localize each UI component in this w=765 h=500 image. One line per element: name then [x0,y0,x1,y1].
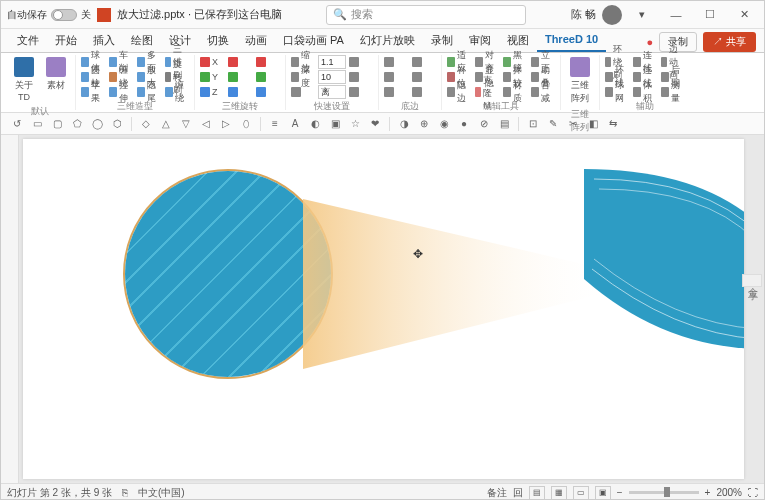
sorter-view-icon[interactable]: ▦ [551,486,567,500]
qat-btn-18[interactable]: ◑ [396,116,412,132]
zoom-out-button[interactable]: − [617,487,623,498]
side-panel-tab[interactable]: 金 享 [742,274,762,287]
spinner-3-2-1[interactable]: 离 [318,85,346,99]
qat-btn-13[interactable]: A [287,116,303,132]
qat-btn-14[interactable]: ◐ [307,116,323,132]
ribbon-btn-2-1-2[interactable] [255,70,281,84]
ribbon-btn-4-2-1[interactable] [411,85,437,99]
zoom-level[interactable]: 200% [716,487,742,498]
ribbon-btn-4-0-0[interactable] [383,55,409,69]
qat-btn-24[interactable]: ⊡ [525,116,541,132]
qat-btn-2[interactable]: ▢ [49,116,65,132]
ribbon-big-6-0[interactable]: 三维 阵列 [565,55,595,107]
qat-btn-7[interactable]: △ [158,116,174,132]
qat-btn-8[interactable]: ▽ [178,116,194,132]
ribbon-btn-2-2-2[interactable] [255,85,281,99]
slide-canvas[interactable]: ✥ [23,139,744,479]
share-button[interactable]: ↗ 共享 [703,32,756,52]
normal-view-icon[interactable]: ▤ [529,486,545,500]
fan-shape[interactable] [564,169,744,369]
tab-9[interactable]: 录制 [423,29,461,52]
qat-btn-22[interactable]: ⊘ [476,116,492,132]
qat-btn-3[interactable]: ⬠ [69,116,85,132]
search-input[interactable]: 🔍 搜索 [326,5,526,25]
qat-btn-12[interactable]: ≡ [267,116,283,132]
ribbon-btn-3-2-0[interactable] [290,85,316,99]
display-settings[interactable]: 回 [513,486,523,500]
ribbon-btn-2-2-0[interactable]: Z [199,85,225,99]
ribbon-btn-3-1-2[interactable] [348,70,374,84]
qat-btn-27[interactable]: ◧ [585,116,601,132]
notes-button[interactable]: 备注 [487,486,507,500]
ribbon-btn-4-1-0[interactable] [383,70,409,84]
qat-btn-0[interactable]: ↺ [9,116,25,132]
qat-btn-23[interactable]: ▤ [496,116,512,132]
qat-btn-25[interactable]: ✎ [545,116,561,132]
maximize-button[interactable]: ☐ [696,4,724,26]
ribbon-btn-1-2-2[interactable]: 隐尾 [136,85,162,99]
ribbon-big-0-1[interactable]: 素材 [41,55,71,104]
toggle-icon[interactable] [51,9,77,21]
language[interactable]: 中文(中国) [138,486,185,500]
ribbon-icon [349,72,359,82]
ribbon-btn-7-2-0[interactable]: 球网 [604,85,630,99]
ribbon-btn-2-1-0[interactable]: Y [199,70,225,84]
ribbon-btn-1-2-0[interactable]: 苹果 [80,85,106,99]
autosave-toggle[interactable]: 自动保存 关 [7,8,91,22]
tab-5[interactable]: 切换 [199,29,237,52]
qat-btn-16[interactable]: ☆ [347,116,363,132]
qat-btn-26[interactable]: ✂ [565,116,581,132]
qat-btn-6[interactable]: ◇ [138,116,154,132]
close-button[interactable]: ✕ [730,4,758,26]
qat-btn-11[interactable]: ⬯ [238,116,254,132]
qat-btn-1[interactable]: ▭ [29,116,45,132]
ribbon-btn-2-2-1[interactable] [227,85,253,99]
ribbon-btn-5-2-2[interactable]: 材质 [502,85,528,99]
ribbon-btn-3-0-2[interactable] [348,55,374,69]
ribbon-btn-4-0-1[interactable] [411,55,437,69]
ribbon-btn-5-2-0[interactable]: 隐边 [446,85,472,99]
qat-btn-28[interactable]: ⇆ [605,116,621,132]
ribbon-btn-1-2-1[interactable]: 拉伸 [108,85,134,99]
ribbon-btn-2-0-1[interactable] [227,55,253,69]
qat-btn-20[interactable]: ◉ [436,116,452,132]
qat-btn-15[interactable]: ▣ [327,116,343,132]
ribbon-icon [137,57,145,67]
ribbon-btn-7-2-2[interactable]: 测量 [660,85,686,99]
reading-view-icon[interactable]: ▭ [573,486,589,500]
tab-6[interactable]: 动画 [237,29,275,52]
ribbon-options-icon[interactable]: ▾ [628,4,656,26]
tab-0[interactable]: 文件 [9,29,47,52]
magnify-lens[interactable] [123,169,333,379]
ribbon-btn-4-1-1[interactable] [411,70,437,84]
spinner-3-1-1[interactable]: 10 [318,70,346,84]
qat-btn-9[interactable]: ◁ [198,116,214,132]
autosave-label: 自动保存 [7,8,47,22]
qat-btn-10[interactable]: ▷ [218,116,234,132]
ribbon-btn-7-2-1[interactable]: 体积 [632,85,658,99]
ribbon-btn-3-2-2[interactable] [348,85,374,99]
tab-1[interactable]: 开始 [47,29,85,52]
qat-btn-4[interactable]: ◯ [89,116,105,132]
qat-btn-19[interactable]: ⊕ [416,116,432,132]
ribbon-btn-5-2-3[interactable]: 吾减 [530,85,556,99]
fit-window-button[interactable]: ⛶ [748,487,758,498]
qat-btn-5[interactable]: ⬡ [109,116,125,132]
ribbon-btn-3-1-0[interactable]: 深度 [290,70,316,84]
minimize-button[interactable]: — [662,4,690,26]
ribbon-btn-1-2-3[interactable]: 缠绕 [164,85,190,99]
ribbon-btn-2-0-2[interactable] [255,55,281,69]
ribbon-btn-4-2-0[interactable] [383,85,409,99]
zoom-slider[interactable] [629,491,699,494]
qat-btn-21[interactable]: ● [456,116,472,132]
slideshow-view-icon[interactable]: ▣ [595,486,611,500]
spinner-3-0-1[interactable]: 1.1 [318,55,346,69]
avatar[interactable] [602,5,622,25]
tab-8[interactable]: 幻灯片放映 [352,29,423,52]
ribbon-btn-5-2-1[interactable]: 克隆M [474,85,500,99]
zoom-in-button[interactable]: + [705,487,711,498]
ribbon-btn-2-1-1[interactable] [227,70,253,84]
ribbon-big-0-0[interactable]: 关于 TD [9,55,39,104]
ribbon-btn-2-0-0[interactable]: X [199,55,225,69]
qat-btn-17[interactable]: ❤ [367,116,383,132]
